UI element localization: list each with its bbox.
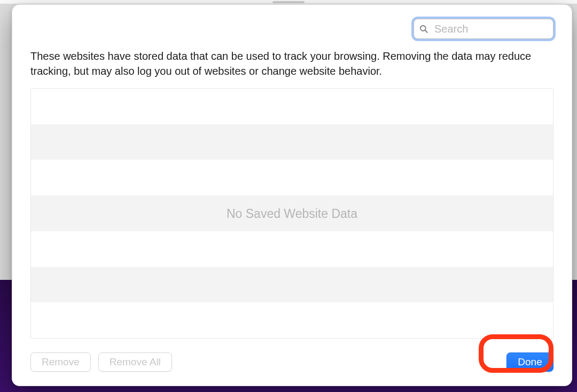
description-text: These websites have stored data that can… bbox=[30, 49, 553, 79]
parent-window-titlebar bbox=[0, 0, 577, 4]
remove-button[interactable]: Remove bbox=[30, 352, 91, 372]
search-field-wrap bbox=[414, 19, 553, 39]
table-row bbox=[31, 302, 553, 338]
table-row bbox=[31, 231, 553, 267]
table-row bbox=[31, 89, 553, 124]
search-row bbox=[30, 19, 553, 39]
website-data-sheet: These websites have stored data that can… bbox=[12, 4, 572, 386]
list-background-stripes bbox=[31, 89, 553, 338]
table-row bbox=[31, 124, 553, 160]
table-row bbox=[31, 160, 553, 195]
search-input[interactable] bbox=[414, 19, 553, 39]
done-button[interactable]: Done bbox=[506, 352, 553, 372]
table-row bbox=[31, 267, 553, 303]
remove-all-button[interactable]: Remove All bbox=[98, 352, 172, 372]
footer-row: Remove Remove All Done bbox=[30, 352, 553, 372]
table-row bbox=[31, 195, 553, 231]
website-data-list[interactable]: No Saved Website Data bbox=[30, 88, 553, 339]
